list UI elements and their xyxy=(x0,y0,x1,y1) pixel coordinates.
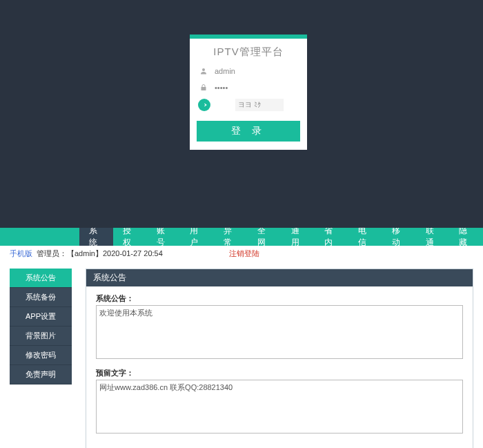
top-nav-tab[interactable]: 通用 xyxy=(282,228,315,246)
panel-content: 系统公告： 预留文字： xyxy=(86,286,473,445)
sidebar-item[interactable]: APP设置 xyxy=(10,307,72,327)
top-nav-tab[interactable]: 全网 xyxy=(248,228,282,246)
top-nav: 系统授权账号用户异常全网通用省内电信移动联通隐藏 xyxy=(0,228,483,246)
sidebar-item[interactable]: 系统备份 xyxy=(10,288,72,307)
user-icon xyxy=(198,66,209,77)
top-nav-tab[interactable]: 联通 xyxy=(416,228,450,246)
sidebar-item[interactable]: 背景图片 xyxy=(10,327,72,346)
announce-textarea[interactable] xyxy=(96,305,463,359)
admin-info: 管理员：【admin】2020-01-27 20:54 xyxy=(37,249,163,259)
sidebar-item[interactable]: 修改密码 xyxy=(10,346,72,365)
top-nav-tab[interactable]: 异常 xyxy=(214,228,248,246)
panel-header: 系统公告 xyxy=(86,269,473,286)
info-bar: 手机版 管理员：【admin】2020-01-27 20:54 注销登陆 xyxy=(0,246,483,262)
captcha-input[interactable] xyxy=(215,101,235,109)
top-nav-tab[interactable]: 用户 xyxy=(180,228,214,246)
lock-icon xyxy=(198,82,209,93)
login-button[interactable]: 登 录 xyxy=(197,121,300,142)
login-stage: IPTV管理平台 ヨヨ ﾐｸ 登 录 xyxy=(0,0,483,228)
svg-rect-1 xyxy=(201,87,206,90)
sidebar: 系统公告系统备份APP设置背景图片修改密码免责声明 xyxy=(10,269,72,384)
mobile-link[interactable]: 手机版 xyxy=(10,249,32,259)
top-nav-tab[interactable]: 电信 xyxy=(348,228,382,246)
password-input[interactable] xyxy=(215,84,284,92)
reserve-textarea[interactable] xyxy=(96,380,463,434)
reserve-label: 预留文字： xyxy=(96,368,463,378)
captcha-row: ヨヨ ﾐｸ xyxy=(190,96,307,114)
top-nav-tab[interactable]: 授权 xyxy=(113,228,147,246)
content-panel: 系统公告 系统公告： 预留文字： 显示时间（秒） 显示间隔（分） 保 存 xyxy=(86,269,473,448)
captcha-image[interactable]: ヨヨ ﾐｸ xyxy=(235,99,284,111)
top-nav-tab[interactable]: 账号 xyxy=(147,228,181,246)
main-body: 系统公告系统备份APP设置背景图片修改密码免责声明 系统公告 系统公告： 预留文… xyxy=(0,262,483,448)
announce-label: 系统公告： xyxy=(96,293,463,304)
logout-link[interactable]: 注销登陆 xyxy=(229,249,259,259)
top-nav-tab[interactable]: 系统 xyxy=(79,228,113,246)
username-row xyxy=(190,63,307,79)
bottom-controls: 显示时间（秒） 显示间隔（分） 保 存 xyxy=(86,445,473,448)
password-row xyxy=(190,79,307,96)
login-box: IPTV管理平台 ヨヨ ﾐｸ 登 录 xyxy=(190,35,307,150)
sidebar-item[interactable]: 免责声明 xyxy=(10,365,72,384)
arrow-icon xyxy=(198,99,210,111)
top-nav-tab[interactable]: 移动 xyxy=(382,228,416,246)
svg-point-0 xyxy=(202,68,205,71)
username-input[interactable] xyxy=(215,67,284,75)
sidebar-item[interactable]: 系统公告 xyxy=(10,269,72,288)
top-nav-tab[interactable]: 省内 xyxy=(315,228,348,246)
admin-panel: 系统授权账号用户异常全网通用省内电信移动联通隐藏 手机版 管理员：【admin】… xyxy=(0,228,483,448)
top-nav-tab[interactable]: 隐藏 xyxy=(449,228,483,246)
login-title: IPTV管理平台 xyxy=(190,39,307,63)
